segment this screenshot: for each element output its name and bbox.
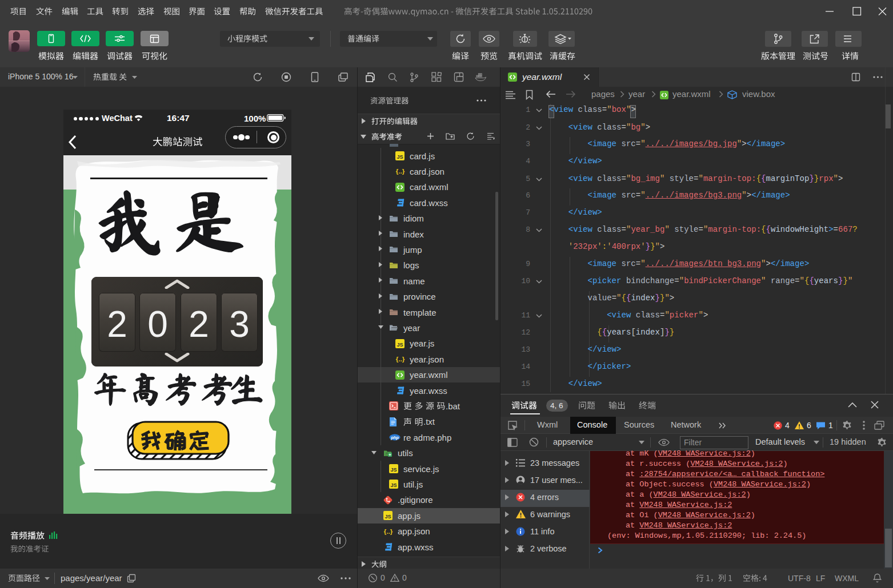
svg-text:JS: JS — [385, 514, 391, 519]
svg-text:JS: JS — [390, 482, 397, 488]
svg-text:{..}: {..} — [396, 168, 405, 175]
svg-text:JS: JS — [390, 467, 397, 473]
svg-text:JS: JS — [397, 341, 403, 347]
svg-text:JS: JS — [397, 154, 403, 160]
svg-text:php: php — [390, 435, 399, 440]
svg-text:{..}: {..} — [384, 528, 393, 535]
svg-text:{..}: {..} — [396, 356, 405, 363]
